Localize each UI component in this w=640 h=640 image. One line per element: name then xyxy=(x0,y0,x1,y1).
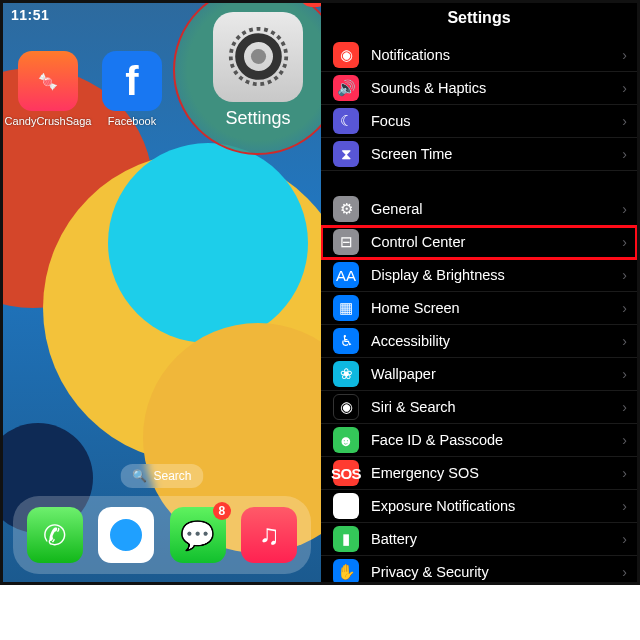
app-candycrush[interactable]: 🍬 CandyCrushSaga xyxy=(17,51,79,127)
facebook-icon: f xyxy=(102,51,162,111)
row-icon: ♿︎ xyxy=(333,328,359,354)
chevron-right-icon: › xyxy=(622,80,627,96)
candycrush-icon: 🍬 xyxy=(18,51,78,111)
settings-row-face-id-passcode[interactable]: ☻Face ID & Passcode› xyxy=(321,424,637,457)
settings-badge: 3 xyxy=(301,3,321,7)
settings-screen: Settings ◉Notifications›🔊Sounds & Haptic… xyxy=(321,3,637,582)
row-label: Notifications xyxy=(371,47,450,63)
row-label: Emergency SOS xyxy=(371,465,479,481)
chevron-right-icon: › xyxy=(622,564,627,580)
row-icon: AA xyxy=(333,262,359,288)
chevron-right-icon: › xyxy=(622,333,627,349)
row-icon: ◉ xyxy=(333,394,359,420)
row-label: Privacy & Security xyxy=(371,564,489,580)
settings-label: Settings xyxy=(225,108,290,129)
chevron-right-icon: › xyxy=(622,267,627,283)
chevron-right-icon: › xyxy=(622,498,627,514)
row-label: Focus xyxy=(371,113,411,129)
settings-row-control-center[interactable]: ⊟Control Center› xyxy=(321,226,637,259)
dock: ✆ 💬 8 ♫ xyxy=(13,496,311,574)
row-icon: 🔊 xyxy=(333,75,359,101)
row-label: Screen Time xyxy=(371,146,452,162)
row-icon: ☾ xyxy=(333,108,359,134)
settings-row-siri-search[interactable]: ◉Siri & Search› xyxy=(321,391,637,424)
row-label: Exposure Notifications xyxy=(371,498,515,514)
chevron-right-icon: › xyxy=(622,465,627,481)
settings-row-wallpaper[interactable]: ❀Wallpaper› xyxy=(321,358,637,391)
row-label: Control Center xyxy=(371,234,465,250)
chevron-right-icon: › xyxy=(622,399,627,415)
row-label: Sounds & Haptics xyxy=(371,80,486,96)
row-label: Face ID & Passcode xyxy=(371,432,503,448)
settings-highlight[interactable]: 3 Settings xyxy=(173,3,321,155)
settings-row-battery[interactable]: ▮Battery› xyxy=(321,523,637,556)
dock-phone[interactable]: ✆ xyxy=(27,507,83,563)
row-label: Siri & Search xyxy=(371,399,456,415)
messages-badge: 8 xyxy=(213,502,231,520)
settings-row-home-screen[interactable]: ▦Home Screen› xyxy=(321,292,637,325)
row-icon: ▮ xyxy=(333,526,359,552)
search-icon: 🔍 xyxy=(132,469,147,483)
chevron-right-icon: › xyxy=(622,113,627,129)
row-icon: ❀ xyxy=(333,361,359,387)
settings-row-notifications[interactable]: ◉Notifications› xyxy=(321,39,637,72)
spotlight-search[interactable]: 🔍 Search xyxy=(120,464,203,488)
row-label: General xyxy=(371,201,423,217)
row-icon: ◉ xyxy=(333,42,359,68)
chevron-right-icon: › xyxy=(622,234,627,250)
chevron-right-icon: › xyxy=(622,201,627,217)
row-label: Wallpaper xyxy=(371,366,436,382)
row-label: Battery xyxy=(371,531,417,547)
settings-row-display-brightness[interactable]: AADisplay & Brightness› xyxy=(321,259,637,292)
chevron-right-icon: › xyxy=(622,300,627,316)
row-icon: ☻ xyxy=(333,427,359,453)
row-icon: ✋ xyxy=(333,559,359,582)
row-icon: ⚙ xyxy=(333,196,359,222)
wallpaper-blob xyxy=(108,143,308,343)
home-screen: 11:51 🍬 CandyCrushSaga f Facebook 3 Sett… xyxy=(3,3,321,582)
chevron-right-icon: › xyxy=(622,432,627,448)
settings-row-screen-time[interactable]: ⧗Screen Time› xyxy=(321,138,637,171)
settings-icon xyxy=(213,12,303,102)
dock-messages[interactable]: 💬 8 xyxy=(170,507,226,563)
dock-music[interactable]: ♫ xyxy=(241,507,297,563)
row-label: Home Screen xyxy=(371,300,460,316)
row-icon: ✺ xyxy=(333,493,359,519)
chevron-right-icon: › xyxy=(622,366,627,382)
row-label: Display & Brightness xyxy=(371,267,505,283)
chevron-right-icon: › xyxy=(622,47,627,63)
row-icon: ▦ xyxy=(333,295,359,321)
chevron-right-icon: › xyxy=(622,531,627,547)
row-icon: ⧗ xyxy=(333,141,359,167)
settings-row-privacy-security[interactable]: ✋Privacy & Security› xyxy=(321,556,637,582)
row-label: Accessibility xyxy=(371,333,450,349)
row-icon: ⊟ xyxy=(333,229,359,255)
settings-row-sounds-haptics[interactable]: 🔊Sounds & Haptics› xyxy=(321,72,637,105)
svg-point-2 xyxy=(250,49,265,64)
settings-row-accessibility[interactable]: ♿︎Accessibility› xyxy=(321,325,637,358)
app-facebook[interactable]: f Facebook xyxy=(101,51,163,127)
settings-row-focus[interactable]: ☾Focus› xyxy=(321,105,637,138)
row-icon: SOS xyxy=(333,460,359,486)
settings-row-emergency-sos[interactable]: SOSEmergency SOS› xyxy=(321,457,637,490)
status-bar-time: 11:51 xyxy=(11,7,49,23)
chevron-right-icon: › xyxy=(622,146,627,162)
page-title: Settings xyxy=(321,9,637,27)
settings-row-general[interactable]: ⚙General› xyxy=(321,193,637,226)
settings-row-exposure-notifications[interactable]: ✺Exposure Notifications› xyxy=(321,490,637,523)
dock-safari[interactable] xyxy=(98,507,154,563)
